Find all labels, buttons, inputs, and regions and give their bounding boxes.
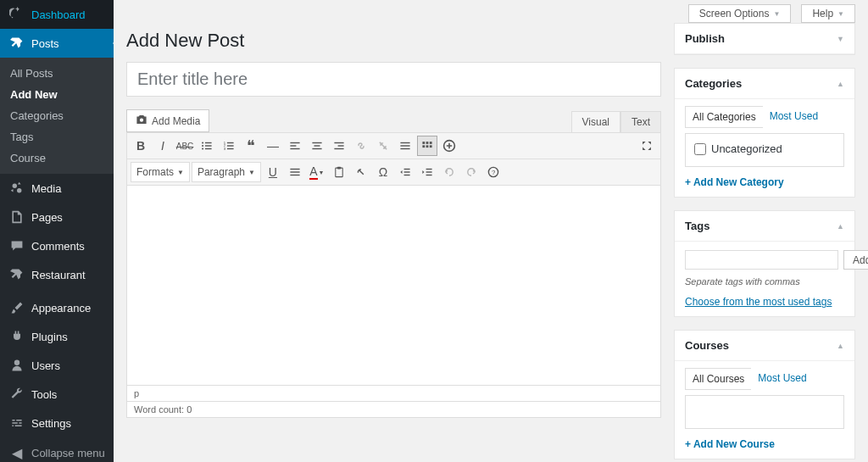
svg-rect-38 (336, 168, 342, 177)
svg-rect-36 (290, 171, 299, 172)
categories-tab-most-used[interactable]: Most Used (763, 106, 825, 128)
bullet-list-button[interactable] (197, 136, 217, 156)
indent-button[interactable] (417, 162, 437, 182)
svg-rect-24 (334, 148, 343, 149)
svg-rect-37 (290, 175, 299, 175)
camera-icon (136, 114, 147, 128)
outdent-button[interactable] (395, 162, 415, 182)
help-button[interactable]: Help▼ (801, 4, 855, 23)
svg-rect-20 (314, 145, 320, 146)
bold-button[interactable]: B (131, 136, 151, 156)
categories-tab-all[interactable]: All Categories (685, 106, 763, 128)
toolbar-toggle-button[interactable] (417, 136, 437, 156)
text-color-button[interactable]: A▼ (307, 162, 327, 182)
italic-button[interactable]: I (153, 136, 173, 156)
clear-format-button[interactable] (351, 162, 371, 182)
sidebar-item-plugins[interactable]: Plugins (0, 322, 114, 351)
category-checkbox[interactable] (694, 143, 706, 155)
blockquote-button[interactable]: ❝ (241, 136, 261, 156)
pin-icon (8, 266, 25, 283)
sidebar-item-appearance[interactable]: Appearance (0, 293, 114, 322)
chevron-down-icon: ▼ (248, 169, 255, 176)
charmap-button[interactable]: Ω (373, 162, 393, 182)
add-block-button[interactable] (439, 136, 459, 156)
editor-tab-visual[interactable]: Visual (571, 111, 620, 132)
align-center-button[interactable] (307, 136, 327, 156)
chevron-down-icon[interactable]: ▼ (837, 35, 844, 43)
underline-button[interactable]: U (263, 162, 283, 182)
paragraph-dropdown[interactable]: Paragraph▼ (192, 162, 261, 182)
fullscreen-button[interactable] (637, 136, 657, 156)
tag-input[interactable] (685, 250, 838, 270)
number-list-button[interactable]: 123 (219, 136, 239, 156)
wrench-icon (8, 386, 25, 403)
svg-rect-40 (404, 169, 410, 170)
sidebar-item-restaurant[interactable]: Restaurant (0, 260, 114, 289)
svg-rect-15 (227, 148, 234, 149)
undo-button[interactable] (439, 162, 459, 182)
strike-button[interactable]: ABC (175, 136, 195, 156)
courses-tab-all[interactable]: All Courses (685, 368, 751, 390)
sidebar-item-posts[interactable]: Posts (0, 29, 114, 58)
sidebar-item-tools[interactable]: Tools (0, 380, 114, 409)
paste-text-button[interactable] (329, 162, 349, 182)
svg-rect-5 (205, 142, 212, 143)
formats-dropdown[interactable]: Formats▼ (131, 162, 190, 182)
screen-options-button[interactable]: Screen Options▼ (688, 4, 792, 23)
comment-icon (8, 237, 25, 254)
align-left-button[interactable] (285, 136, 305, 156)
chevron-up-icon[interactable]: ▲ (837, 80, 844, 88)
chevron-up-icon[interactable]: ▲ (837, 222, 844, 231)
svg-rect-27 (400, 148, 409, 149)
redo-button[interactable] (461, 162, 481, 182)
sidebar-item-media[interactable]: Media (0, 174, 114, 203)
publish-metabox: Publish▼ (674, 23, 855, 55)
add-new-category-link[interactable]: + Add New Category (685, 176, 784, 188)
add-tag-button[interactable]: Add (843, 250, 868, 270)
courses-tab-most-used[interactable]: Most Used (751, 368, 813, 390)
add-media-button[interactable]: Add Media (126, 109, 209, 132)
unlink-button[interactable] (373, 136, 393, 156)
svg-point-2 (14, 360, 19, 365)
editor-tab-text[interactable]: Text (620, 111, 661, 132)
post-title-input[interactable] (126, 62, 661, 97)
brush-icon (8, 299, 25, 316)
collapse-menu-button[interactable]: ◀Collapse menu (0, 437, 114, 462)
submenu-course[interactable]: Course (0, 148, 114, 169)
sidebar-item-pages[interactable]: Pages (0, 203, 114, 231)
svg-rect-42 (404, 175, 410, 175)
editor-content-area[interactable] (126, 186, 661, 386)
help-button[interactable]: ? (483, 162, 504, 182)
svg-rect-31 (422, 145, 425, 148)
choose-tags-link[interactable]: Choose from the most used tags (685, 296, 832, 308)
svg-rect-28 (422, 142, 425, 144)
chevron-down-icon: ▼ (177, 169, 184, 176)
more-button[interactable] (395, 136, 415, 156)
submenu-add-new[interactable]: Add New (0, 84, 114, 105)
collapse-icon: ◀ (8, 444, 25, 461)
sidebar-item-dashboard[interactable]: Dashboard (0, 0, 114, 29)
plug-icon (8, 328, 25, 345)
submenu-all-posts[interactable]: All Posts (0, 63, 114, 84)
tags-hint: Separate tags with commas (685, 276, 844, 287)
svg-rect-19 (312, 142, 321, 143)
page-title: Add New Post (126, 30, 661, 52)
sidebar-item-users[interactable]: Users (0, 351, 114, 380)
submenu-categories[interactable]: Categories (0, 105, 114, 126)
editor-path: p (126, 386, 661, 402)
link-button[interactable] (351, 136, 371, 156)
add-new-course-link[interactable]: + Add New Course (685, 438, 775, 450)
hr-button[interactable]: — (263, 136, 283, 156)
sidebar-item-comments[interactable]: Comments (0, 231, 114, 260)
posts-submenu: All Posts Add New Categories Tags Course (0, 58, 114, 174)
chevron-up-icon[interactable]: ▲ (837, 342, 844, 350)
svg-rect-16 (290, 142, 299, 143)
courses-title: Courses (685, 339, 729, 352)
svg-rect-25 (400, 142, 409, 143)
align-right-button[interactable] (329, 136, 349, 156)
submenu-tags[interactable]: Tags (0, 126, 114, 148)
sidebar-item-settings[interactable]: Settings (0, 409, 114, 437)
category-uncategorized[interactable]: Uncategorized (694, 142, 835, 155)
justify-button[interactable] (285, 162, 305, 182)
svg-rect-21 (312, 148, 321, 149)
